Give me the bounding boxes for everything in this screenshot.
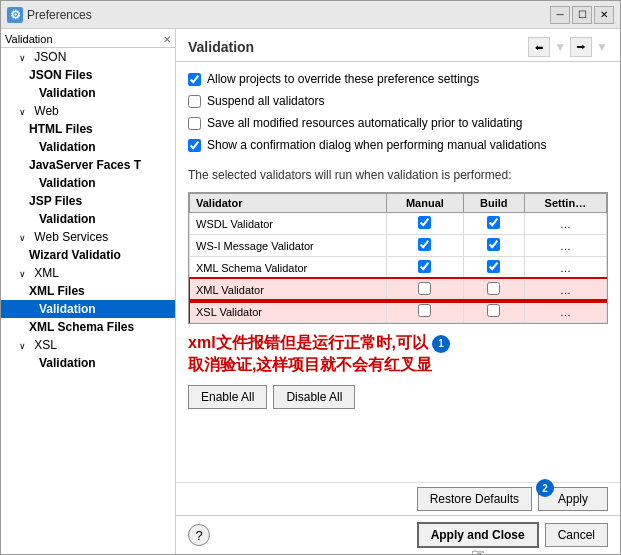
checkbox-suspend-validators-input[interactable] xyxy=(188,95,201,108)
validator-settings[interactable]: … xyxy=(524,235,606,257)
nav-back-button[interactable]: ⬅ xyxy=(528,37,550,57)
badge-2: 2 xyxy=(536,479,554,497)
table-row-xsl-validator: XSL Validator … xyxy=(190,301,607,323)
validator-name-xml: XML Validator xyxy=(190,279,387,301)
checkbox-suspend-validators: Suspend all validators xyxy=(188,94,608,108)
sidebar-item-html-validation[interactable]: Validation xyxy=(1,138,175,156)
validator-settings-xsl[interactable]: … xyxy=(524,301,606,323)
web-arrow: ∨ xyxy=(19,107,31,117)
sidebar-filter-input[interactable] xyxy=(5,33,163,45)
nav-divider2: ▼ xyxy=(596,40,608,54)
main-body: Allow projects to override these prefere… xyxy=(176,62,620,482)
validator-build xyxy=(463,213,524,235)
nav-arrows: ⬅ ▼ ⮕ ▼ xyxy=(528,37,608,57)
enable-disable-row: Enable All Disable All xyxy=(188,385,608,409)
validator-name-xsl: XSL Validator xyxy=(190,301,387,323)
minimize-button[interactable]: ─ xyxy=(550,6,570,24)
checkbox-save-modified: Save all modified resources automaticall… xyxy=(188,116,608,130)
nav-forward-button[interactable]: ⮕ xyxy=(570,37,592,57)
validator-build-xml xyxy=(463,279,524,301)
titlebar-left: ⚙ Preferences xyxy=(7,7,92,23)
sidebar-item-json[interactable]: ∨ JSON xyxy=(1,48,175,66)
bottom-row-2: ? Apply and Close ☞ Cancel xyxy=(176,515,620,554)
validator-manual xyxy=(387,257,464,279)
sidebar-item-xsl-validation[interactable]: Validation xyxy=(1,354,175,372)
cancel-button[interactable]: Cancel xyxy=(545,523,608,547)
xsl-arrow: ∨ xyxy=(19,341,31,351)
checkbox-show-confirmation-label: Show a confirmation dialog when performi… xyxy=(207,138,547,152)
validator-manual xyxy=(387,235,464,257)
help-button[interactable]: ? xyxy=(188,524,210,546)
validator-build xyxy=(463,235,524,257)
sidebar-item-xsl[interactable]: ∨ XSL xyxy=(1,336,175,354)
panel-title: Validation xyxy=(188,39,254,55)
enable-all-button[interactable]: Enable All xyxy=(188,385,267,409)
checkbox-allow-projects-label: Allow projects to override these prefere… xyxy=(207,72,479,86)
cursor-hand-icon: ☞ xyxy=(471,545,485,554)
col-header-build: Build xyxy=(463,194,524,213)
window-icon: ⚙ xyxy=(7,7,23,23)
col-header-validator: Validator xyxy=(190,194,387,213)
sidebar: ✕ ∨ JSON JSON Files Validation ∨ Web HTM… xyxy=(1,29,176,554)
table-row: WS-I Message Validator … xyxy=(190,235,607,257)
main-content: ✕ ∨ JSON JSON Files Validation ∨ Web HTM… xyxy=(1,29,620,554)
sidebar-item-html-files[interactable]: HTML Files xyxy=(1,120,175,138)
window-title: Preferences xyxy=(27,8,92,22)
checkbox-allow-projects-input[interactable] xyxy=(188,73,201,86)
clear-filter-icon[interactable]: ✕ xyxy=(163,34,171,45)
checkbox-show-confirmation-input[interactable] xyxy=(188,139,201,152)
checkbox-show-confirmation: Show a confirmation dialog when performi… xyxy=(188,138,608,152)
sidebar-item-wizard-validation[interactable]: Wizard Validatio xyxy=(1,246,175,264)
web-services-arrow: ∨ xyxy=(19,233,31,243)
col-header-settings: Settin… xyxy=(524,194,606,213)
close-button[interactable]: ✕ xyxy=(594,6,614,24)
validator-manual xyxy=(387,213,464,235)
validator-manual-xml xyxy=(387,279,464,301)
sidebar-item-json-files[interactable]: JSON Files xyxy=(1,66,175,84)
sidebar-item-xml-schema-files[interactable]: XML Schema Files xyxy=(1,318,175,336)
validators-table-wrapper: Validator Manual Build Settin… WSDL Vali… xyxy=(188,192,608,324)
nav-divider: ▼ xyxy=(554,40,566,54)
checkbox-allow-projects: Allow projects to override these prefere… xyxy=(188,72,608,86)
sidebar-item-xml-validation[interactable]: Validation xyxy=(1,300,175,318)
annotation-text: xml文件报错但是运行正常时,可以1取消验证,这样项目就不会有红叉显 xyxy=(188,334,450,373)
sidebar-item-web-services[interactable]: ∨ Web Services xyxy=(1,228,175,246)
sidebar-filter-row: ✕ xyxy=(1,31,175,48)
table-row: XML Schema Validator … xyxy=(190,257,607,279)
close-cancel-row: Apply and Close ☞ Cancel xyxy=(417,522,608,548)
checkbox-save-modified-input[interactable] xyxy=(188,117,201,130)
titlebar-controls: ─ ☐ ✕ xyxy=(550,6,614,24)
apply-and-close-area: Apply and Close ☞ xyxy=(417,522,539,548)
sidebar-item-jsp-validation[interactable]: Validation xyxy=(1,210,175,228)
json-arrow: ∨ xyxy=(19,53,31,63)
titlebar: ⚙ Preferences ─ ☐ ✕ xyxy=(1,1,620,29)
sidebar-item-jsf[interactable]: JavaServer Faces T xyxy=(1,156,175,174)
preferences-window: ⚙ Preferences ─ ☐ ✕ ✕ ∨ JSON JSON Files … xyxy=(0,0,621,555)
checkbox-save-modified-label: Save all modified resources automaticall… xyxy=(207,116,523,130)
validator-settings[interactable]: … xyxy=(524,257,606,279)
maximize-button[interactable]: ☐ xyxy=(572,6,592,24)
section-label: The selected validators will run when va… xyxy=(188,168,608,182)
validator-name: XML Schema Validator xyxy=(190,257,387,279)
table-row-xml-validator: XML Validator … xyxy=(190,279,607,301)
sidebar-item-jsf-validation[interactable]: Validation xyxy=(1,174,175,192)
validator-settings[interactable]: … xyxy=(524,213,606,235)
sidebar-item-xml[interactable]: ∨ XML xyxy=(1,264,175,282)
annotation-area: xml文件报错但是运行正常时,可以1取消验证,这样项目就不会有红叉显 xyxy=(188,332,608,377)
restore-defaults-button[interactable]: Restore Defaults xyxy=(417,487,532,511)
sidebar-item-web[interactable]: ∨ Web xyxy=(1,102,175,120)
disable-all-button[interactable]: Disable All xyxy=(273,385,355,409)
sidebar-item-jsp-files[interactable]: JSP Files xyxy=(1,192,175,210)
validator-build-xsl xyxy=(463,301,524,323)
main-panel: Validation ⬅ ▼ ⮕ ▼ Allow projects to ove… xyxy=(176,29,620,554)
main-header: Validation ⬅ ▼ ⮕ ▼ xyxy=(176,29,620,62)
validator-settings-xml[interactable]: … xyxy=(524,279,606,301)
validator-name: WSDL Validator xyxy=(190,213,387,235)
apply-badge-area: 2 Apply xyxy=(538,487,608,511)
validators-table: Validator Manual Build Settin… WSDL Vali… xyxy=(189,193,607,323)
checkbox-suspend-validators-label: Suspend all validators xyxy=(207,94,324,108)
validator-manual-xsl xyxy=(387,301,464,323)
sidebar-item-xml-files[interactable]: XML Files xyxy=(1,282,175,300)
sidebar-item-json-validation[interactable]: Validation xyxy=(1,84,175,102)
badge-1: 1 xyxy=(432,335,450,353)
